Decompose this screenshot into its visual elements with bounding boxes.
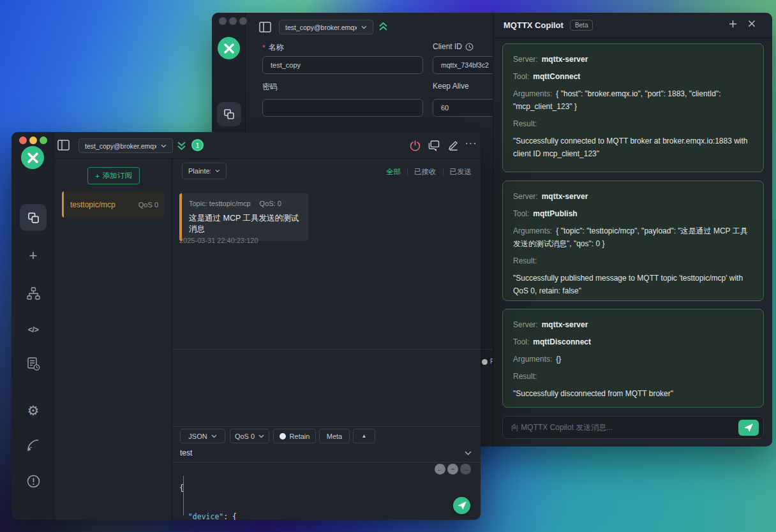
panel-toggle-icon[interactable] — [258, 21, 271, 33]
payload-type-selector[interactable]: JSON — [180, 429, 225, 443]
sidebar-item-script[interactable]: </> — [24, 325, 43, 335]
new-chat-button[interactable] — [729, 20, 740, 31]
payload-editor[interactable]: { "device": { "id": "sensor-001", "type"… — [172, 463, 481, 520]
minus-icon: − — [451, 466, 455, 473]
traffic-light-zoom-button[interactable] — [40, 137, 47, 144]
message-bubble[interactable]: Topic: testtopic/mcp QoS: 0 这是通过 MCP 工具发… — [179, 193, 308, 241]
message-qos: QoS: 0 — [260, 200, 281, 207]
sidebar-item-about[interactable] — [26, 474, 40, 488]
mqttx-logo — [21, 146, 44, 169]
copilot-send-button[interactable] — [738, 420, 759, 436]
chevron-down-icon[interactable] — [465, 451, 472, 455]
tool-result-text: "Successfully disconnected from MQTT bro… — [513, 387, 753, 400]
meta-button[interactable]: Meta — [319, 429, 350, 443]
sidebar-item-new-connection[interactable]: + — [26, 248, 41, 263]
subscription-qos: QoS 0 — [138, 201, 158, 209]
close-copilot-button[interactable] — [748, 20, 759, 31]
traffic-light-close-button[interactable] — [19, 137, 27, 144]
beta-badge: Beta — [570, 20, 593, 31]
expand-all-button[interactable] — [176, 140, 187, 151]
retain-toggle[interactable]: Retain — [273, 429, 316, 443]
payload-format-selector[interactable]: Plaintext — [182, 163, 227, 179]
add-subscription-button[interactable]: + 添加订阅 — [87, 167, 140, 184]
filter-tab-all[interactable]: 全部 — [386, 167, 401, 177]
message-payload: 这是通过 MCP 工具发送的测试消息 — [189, 213, 301, 235]
sidebar-item-topology[interactable] — [26, 286, 40, 300]
app-sidebar: + </> ⚙ — [11, 132, 54, 520]
plus-icon — [729, 20, 737, 28]
publish-topic-input[interactable] — [180, 446, 435, 460]
name-field[interactable] — [262, 56, 423, 74]
gear-icon: ⚙ — [27, 403, 40, 418]
double-chevron-down-icon — [176, 140, 187, 151]
collapse-all-button[interactable] — [378, 21, 389, 32]
more-icon: ··· — [465, 138, 477, 149]
power-icon — [410, 140, 421, 151]
traffic-light-minimize-button[interactable] — [29, 137, 37, 144]
qos-selector[interactable]: QoS 0 — [230, 429, 269, 443]
mqttx-logo — [218, 37, 240, 59]
connection-selector[interactable]: test_copy@broker.emqx. — [78, 138, 173, 153]
retain-dot[interactable] — [482, 359, 488, 365]
mqttx-client-window: + </> ⚙ test_copy@broker.emqx. — [11, 132, 481, 520]
chevron-down-icon — [211, 434, 217, 438]
double-chevron-up-icon — [378, 21, 389, 32]
chevron-down-icon — [215, 169, 220, 173]
plus-icon: + — [95, 172, 100, 180]
copilot-input-box — [502, 416, 764, 439]
traffic-light-close-button[interactable] — [219, 17, 227, 25]
copilot-header: MQTTX Copilot Beta — [493, 13, 772, 38]
chat-mode-button[interactable] — [428, 140, 440, 151]
subscription-color-bar — [62, 191, 64, 218]
divider — [172, 349, 481, 350]
publish-send-button[interactable] — [453, 497, 470, 514]
rss-icon — [27, 439, 40, 452]
history-clear-button[interactable]: − — [447, 464, 458, 475]
traffic-light-zoom-button[interactable] — [239, 17, 247, 25]
panel-toggle-icon[interactable] — [57, 140, 70, 151]
message-color-bar — [179, 193, 182, 241]
password-field[interactable] — [262, 99, 423, 117]
sidebar-item-connections[interactable] — [217, 102, 241, 126]
divider — [443, 168, 444, 176]
message-topic: Topic: testtopic/mcp — [189, 200, 251, 207]
tool-call-card: Server:mqttx-server Tool:mqttPublish Arg… — [502, 181, 764, 301]
sidebar-item-settings[interactable]: ⚙ — [26, 403, 41, 418]
keep-alive-label: Keep Alive — [433, 82, 469, 91]
edit-connection-button[interactable] — [447, 140, 459, 151]
history-back-button[interactable]: ← — [435, 464, 445, 475]
retain-dot — [280, 433, 286, 440]
subscription-item[interactable]: testtopic/mcp QoS 0 — [62, 191, 165, 218]
info-icon — [27, 475, 40, 488]
chevron-down-icon — [361, 26, 367, 29]
chevron-down-icon — [258, 434, 264, 438]
copilot-message-input[interactable] — [511, 417, 728, 438]
disconnect-button[interactable] — [409, 140, 421, 151]
sidebar-item-connections[interactable] — [20, 204, 47, 231]
back-icon: ← — [437, 466, 444, 473]
tool-call-card: Server:mqttx-server Tool:mqttConnect Arg… — [502, 43, 764, 172]
filter-tab-received[interactable]: 已接收 — [414, 167, 436, 177]
client-header: test_copy@broker.emqx. 1 ··· — [54, 132, 481, 159]
filter-tab-published[interactable]: 已发送 — [450, 167, 472, 177]
password-label: 密码 — [262, 82, 278, 92]
desktop: test_copy@broker.emqx. * 名称 Client ID 密码… — [0, 0, 776, 532]
sidebar-item-feed[interactable] — [26, 438, 40, 452]
divider — [172, 426, 481, 427]
history-forward-button[interactable]: → — [460, 464, 471, 475]
collapse-icon: ▲ — [362, 433, 367, 439]
tool-call-card: Server:mqttx-server Tool:mqttDisconnect … — [502, 309, 764, 408]
chat-icon — [428, 140, 440, 151]
name-label: * 名称 — [262, 42, 284, 53]
sidebar-item-log[interactable] — [26, 357, 40, 372]
unread-count-badge: 1 — [191, 139, 204, 151]
copilot-title: MQTTX Copilot — [504, 20, 563, 30]
clock-icon[interactable] — [465, 43, 474, 51]
more-options-button[interactable]: ··· — [465, 138, 477, 149]
send-icon — [744, 424, 753, 432]
collapse-publish-button[interactable]: ▲ — [353, 429, 375, 443]
send-icon — [458, 501, 466, 510]
connection-selector[interactable]: test_copy@broker.emqx. — [279, 20, 373, 34]
message-timestamp: 2025-03-31 22:40:23:120 — [179, 237, 258, 244]
traffic-light-minimize-button[interactable] — [229, 17, 237, 25]
